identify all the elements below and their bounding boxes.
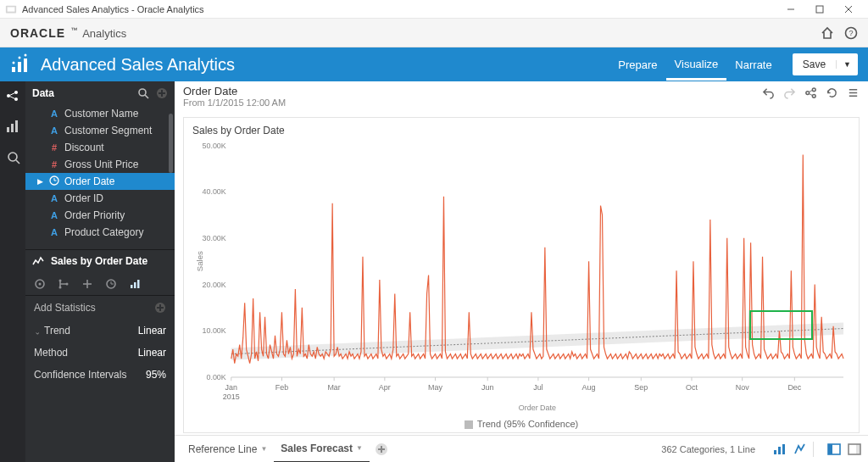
search-icon[interactable] (137, 87, 149, 99)
svg-line-18 (10, 97, 15, 99)
footer-tab-reference-line[interactable]: Reference Line▼ (181, 436, 274, 463)
field-label: Order Date (64, 175, 114, 187)
window-minimize-button[interactable] (776, 0, 805, 19)
svg-point-16 (14, 97, 18, 101)
tab-visualize[interactable]: Visualize (666, 49, 727, 81)
svg-text:0.00K: 0.00K (206, 373, 226, 381)
viz-panel-title: Sales by Order Date (51, 255, 168, 267)
window-title: Advanced Sales Analytics - Oracle Analyt… (22, 4, 204, 14)
svg-rect-101 (856, 444, 860, 454)
canvas-menu-icon[interactable] (847, 86, 860, 99)
add-statistics-plus-icon[interactable] (154, 302, 166, 314)
svg-point-13 (25, 54, 27, 57)
svg-line-17 (10, 93, 15, 96)
measure-type-icon: # (49, 142, 59, 153)
svg-text:?: ? (849, 29, 853, 37)
line-chart-icon (32, 255, 44, 267)
refresh-icon[interactable] (826, 86, 838, 99)
home-icon[interactable] (821, 26, 834, 40)
explain-icon[interactable] (793, 443, 806, 456)
field-order-date[interactable]: ▶Order Date (25, 173, 175, 190)
time-tab-icon[interactable] (105, 278, 117, 290)
svg-point-49 (812, 88, 815, 92)
svg-line-52 (809, 93, 813, 95)
auto-insights-icon[interactable] (772, 443, 786, 456)
fields-list[interactable]: ACustomer NameACustomer Segment#Discount… (25, 105, 175, 249)
canvas-area: Order Date From 1/1/2015 12:00 AM Sales … (175, 81, 868, 462)
grammar-tab-icon[interactable] (34, 278, 46, 290)
viz-config-tabs (25, 272, 175, 296)
svg-text:Sep: Sep (634, 383, 648, 392)
field-label: Order Priority (64, 209, 125, 221)
attribute-type-icon: A (49, 125, 59, 136)
confidence-row[interactable]: Confidence Intervals 95% (25, 364, 175, 386)
left-rail (0, 81, 25, 462)
toggle-panel-left-icon[interactable] (827, 443, 841, 456)
sidebar: Data ACustomer NameACustomer Segment#Dis… (25, 81, 175, 462)
footer-tab-sales-forecast[interactable]: Sales Forecast▼ (274, 436, 370, 463)
field-order-priority[interactable]: AOrder Priority (25, 207, 175, 224)
measure-type-icon: # (49, 159, 59, 170)
field-product-category[interactable]: AProduct Category (25, 224, 175, 241)
svg-point-50 (812, 94, 815, 97)
add-statistics-row[interactable]: Add Statistics (25, 296, 175, 320)
window-close-button[interactable] (834, 0, 863, 19)
tab-prepare[interactable]: Prepare (609, 50, 665, 79)
tab-narrate[interactable]: Narrate (726, 50, 780, 79)
attribute-type-icon: A (49, 193, 59, 203)
data-panel-title: Data (32, 87, 131, 99)
branch-tab-icon[interactable] (58, 278, 70, 290)
rail-data-icon[interactable] (5, 88, 20, 103)
field-order-id[interactable]: AOrder ID (25, 190, 175, 207)
svg-rect-3 (816, 6, 823, 13)
brand-oracle: ORACLE (10, 26, 65, 40)
svg-text:Nov: Nov (736, 383, 749, 392)
add-data-icon[interactable] (156, 87, 168, 99)
svg-rect-9 (18, 62, 21, 72)
brand-product: Analytics (82, 27, 126, 40)
confidence-value: 95% (146, 369, 166, 381)
svg-point-24 (139, 89, 146, 96)
field-discount[interactable]: #Discount (25, 139, 175, 156)
window-maximize-button[interactable] (805, 0, 834, 19)
help-icon[interactable]: ? (844, 26, 858, 40)
svg-text:Jul: Jul (533, 383, 542, 392)
values-tab-icon[interactable] (81, 278, 93, 290)
svg-text:10.00K: 10.00K (202, 326, 226, 335)
field-customer-segment[interactable]: ACustomer Segment (25, 122, 175, 139)
redo-icon[interactable] (783, 86, 796, 99)
canvas-toolbar (762, 85, 860, 99)
workbook-title: Advanced Sales Analytics (41, 55, 609, 75)
svg-line-51 (809, 90, 813, 92)
chart-card[interactable]: Sales by Order Date 0.00K10.00K20.00K30.… (183, 117, 860, 433)
svg-rect-42 (131, 285, 133, 288)
svg-rect-99 (828, 444, 832, 454)
rail-visualizations-icon[interactable] (5, 119, 20, 134)
toggle-panel-right-icon[interactable] (848, 443, 861, 456)
filter-breadcrumbs[interactable]: Order Date From 1/1/2015 12:00 AM (183, 85, 762, 108)
field-gross-unit-price[interactable]: #Gross Unit Price (25, 156, 175, 173)
brand-tm: ™ (70, 26, 77, 34)
svg-rect-44 (137, 280, 140, 288)
svg-rect-10 (24, 58, 27, 72)
add-statistics-label: Add Statistics (34, 302, 96, 314)
svg-text:50.00K: 50.00K (202, 141, 226, 149)
svg-rect-21 (15, 120, 18, 132)
chart-plot-area[interactable]: 0.00K10.00K20.00K30.00K40.00K50.00KSales… (192, 140, 850, 414)
trend-row[interactable]: Trend Linear (25, 320, 175, 342)
undo-icon[interactable] (762, 86, 775, 99)
svg-rect-1 (8, 7, 15, 11)
svg-text:2015: 2015 (223, 392, 240, 400)
workbook-bar: Advanced Sales Analytics Prepare Visuali… (0, 47, 868, 81)
save-button[interactable]: Save ▼ (793, 53, 858, 75)
analytics-tab-icon[interactable] (129, 278, 141, 290)
brand: ORACLE™ Analytics (10, 26, 126, 40)
fields-scrollbar[interactable] (169, 105, 173, 249)
svg-rect-8 (12, 67, 15, 72)
save-button-caret[interactable]: ▼ (836, 60, 858, 69)
share-icon[interactable] (804, 86, 817, 99)
add-canvas-icon[interactable] (375, 443, 388, 456)
method-row[interactable]: Method Linear (25, 342, 175, 364)
field-customer-name[interactable]: ACustomer Name (25, 105, 175, 122)
rail-analytics-icon[interactable] (5, 149, 20, 164)
